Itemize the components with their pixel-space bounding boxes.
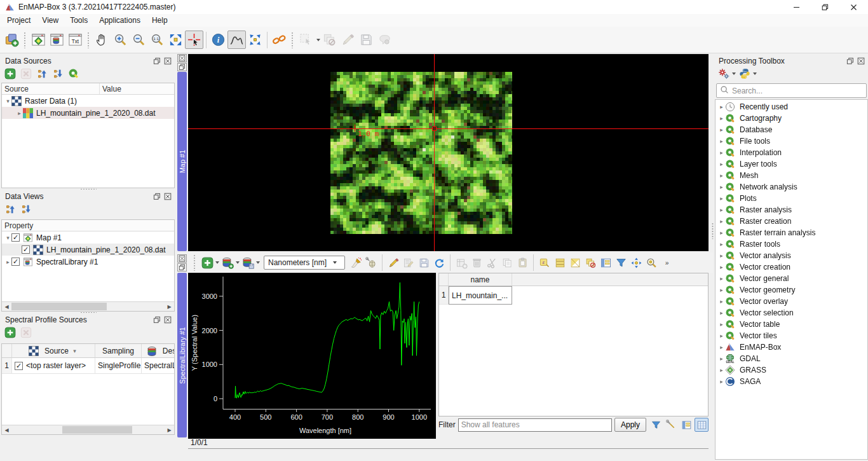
restore-button[interactable] [811,0,839,14]
add-data-source-button[interactable] [3,31,21,49]
column-header-desti[interactable]: Desti [142,344,175,358]
toolbox-item-database[interactable]: ▸Database [715,124,867,135]
toolbox-item-grass[interactable]: ▸GRASS [715,364,867,376]
tree-item-raster-data-1-[interactable]: ▾Raster Data (1) [2,95,174,107]
tree-item-spectrallibrary-1[interactable]: ▸✓SpectralLibrary #1 [2,256,174,268]
expander-closed-icon[interactable]: ▸ [718,298,725,305]
filter-input[interactable] [458,418,612,432]
reload-table-button[interactable] [432,256,446,270]
add-profile-source-button[interactable] [3,326,17,340]
toolbar-handle[interactable] [87,32,90,48]
zoom-out-button[interactable] [130,31,148,49]
float-panel-button[interactable] [153,57,161,65]
sync-to-qgis-button[interactable] [35,67,49,81]
close-panel-button[interactable] [857,57,865,65]
map-canvas[interactable]: 1.0 m [188,54,709,251]
invert-selection-button[interactable] [568,256,582,270]
select-by-expression-button[interactable]: ε [538,256,552,270]
expander-closed-icon[interactable]: ▸ [718,355,725,362]
expander-closed-icon[interactable]: ▸ [4,259,11,265]
expander-closed-icon[interactable]: ▸ [718,367,725,373]
expander-closed-icon[interactable]: ▸ [718,275,725,282]
menu-tools[interactable]: Tools [64,15,93,26]
float-panel-button[interactable] [153,192,161,200]
sync-from-qgis-button[interactable] [51,67,65,81]
map-dock-tab[interactable]: Map #1 [177,72,187,251]
toolbox-item-raster-terrain-analysis[interactable]: ▸Raster terrain analysis [715,227,867,238]
link-map-views-button[interactable] [270,31,288,49]
toggle-edit-button[interactable] [386,256,400,270]
scroll-right-arrow[interactable]: ▶ [165,425,174,434]
toolbar-handle[interactable] [24,32,27,48]
float-panel-button[interactable] [153,315,161,324]
toolbox-item-vector-general[interactable]: ▸Vector general [715,273,867,284]
identify-info-button[interactable]: i [209,31,227,49]
conditional-format-button[interactable] [664,418,678,432]
expander-closed-icon[interactable]: ▸ [718,321,725,327]
expander-closed-icon[interactable]: ▸ [718,115,725,121]
zoom-in-button[interactable] [111,31,130,49]
scroll-right-arrow[interactable]: ▶ [165,302,174,311]
column-name-header[interactable]: name [449,273,512,286]
add-profile-button[interactable] [200,256,214,270]
save-speclib-button[interactable] [241,256,255,270]
filter-button[interactable] [614,256,628,270]
toolbox-item-interpolation[interactable]: ▸Interpolation [715,147,867,158]
open-spectral-library-view-button[interactable] [48,31,66,49]
source-cell[interactable]: ✓<top raster layer> [12,358,95,374]
expander-closed-icon[interactable]: ▸ [718,230,725,236]
tree-item-lh-mountain-pine-1-2020-08-dat[interactable]: ▸LH_mountain_pine_1_2020_08.dat [2,107,174,119]
toolbox-item-raster-analysis[interactable]: ▸Raster analysis [715,204,867,216]
tree-item-map-1[interactable]: ▾✓Map #1 [2,231,174,244]
expander-closed-icon[interactable]: ▸ [718,287,725,293]
expander-closed-icon[interactable]: ▸ [718,161,725,167]
expander-closed-icon[interactable]: ▸ [718,184,725,190]
column-property[interactable]: Property [2,220,174,231]
name-cell[interactable]: LH_mountain_... [449,286,512,305]
toolbar-handle[interactable] [193,254,196,271]
pan-to-selection-button[interactable] [629,256,643,270]
expander-closed-icon[interactable]: ▸ [718,344,725,350]
speclib-settings-button[interactable] [364,256,378,270]
float-panel-button[interactable] [846,57,855,65]
scroll-thumb[interactable] [62,426,132,434]
scroll-thumb[interactable] [11,303,107,310]
expander-closed-icon[interactable]: ▸ [718,378,725,385]
column-value[interactable]: Value [100,83,174,94]
splitter-handle[interactable] [80,188,97,190]
toolbar-handle[interactable] [291,32,294,48]
expander-closed-icon[interactable]: ▸ [718,218,725,224]
toolbox-item-raster-creation[interactable]: ▸Raster creation [715,216,867,227]
checkbox-checked[interactable]: ✓ [15,362,23,370]
toolbox-item-mesh[interactable]: ▸Mesh [715,170,867,181]
sync-to-qgis-button[interactable] [3,202,17,216]
apply-filter-button[interactable]: Apply [614,418,646,432]
scroll-left-arrow[interactable]: ◀ [2,302,11,311]
expander-closed-icon[interactable]: ▸ [718,333,725,339]
expander-open-icon[interactable]: ▾ [4,98,11,104]
toolbox-item-raster-tools[interactable]: ▸Raster tools [715,238,867,250]
add-speclib-source-button[interactable] [220,256,234,270]
open-map-view-button[interactable] [29,31,48,49]
column-header-sampling[interactable]: Sampling [95,344,142,358]
toolbox-item-vector-table[interactable]: ▸Vector table [715,319,867,330]
chevron-down-icon[interactable] [256,261,260,264]
menu-applications[interactable]: Applications [93,15,146,26]
chevron-down-icon[interactable] [732,72,736,75]
expander-closed-icon[interactable]: ▸ [718,207,725,213]
advanced-filter-button[interactable] [649,418,663,432]
close-dock-button[interactable] [177,54,187,62]
add-source-button[interactable] [3,67,17,81]
toolbox-item-saga[interactable]: ▸SAGA [715,376,867,387]
close-panel-button[interactable] [163,192,172,200]
zoom-full-extent-button[interactable] [166,31,185,49]
toolbox-item-gdal[interactable]: ▸GDALGDAL [715,353,867,364]
minimize-button[interactable] [782,0,811,14]
expander-closed-icon[interactable]: ▸ [718,195,725,202]
checkbox-checked[interactable]: ✓ [11,258,20,266]
python-console-button[interactable] [738,67,752,81]
float-dock-button[interactable] [177,263,187,272]
profile-style-button[interactable] [349,256,363,270]
menu-view[interactable]: View [36,15,64,26]
menu-project[interactable]: Project [1,15,36,26]
